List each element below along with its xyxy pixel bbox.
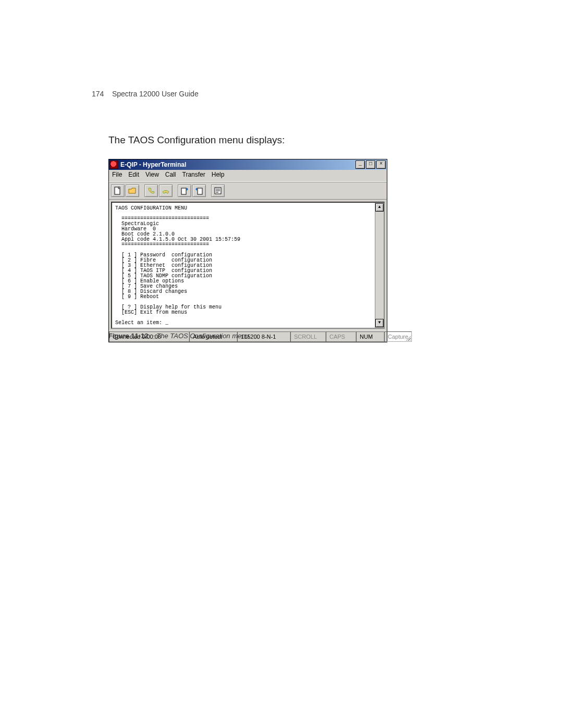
svg-rect-2 <box>198 188 202 194</box>
page-number: 174 <box>92 90 104 98</box>
menubar: File Edit View Call Transfer Help <box>109 170 387 182</box>
figure-caption: Figure 11-12 The TAOS Configuration menu… <box>108 332 251 340</box>
figure-number: Figure 11-12 <box>108 332 149 340</box>
figure-screenshot: E-QIP - HyperTerminal _ □ × File Edit Vi… <box>108 159 386 342</box>
terminal-area: TAOS CONFIGURATION MENU ================… <box>109 200 387 331</box>
phone-hangup-icon <box>162 187 170 194</box>
status-scroll: SCROLL <box>290 331 326 342</box>
terminal-output[interactable]: TAOS CONFIGURATION MENU ================… <box>112 203 375 328</box>
call-button[interactable] <box>144 184 158 197</box>
hyperterminal-window: E-QIP - HyperTerminal _ □ × File Edit Vi… <box>108 159 387 342</box>
menu-edit[interactable]: Edit <box>128 171 139 180</box>
app-icon <box>110 161 118 169</box>
maximize-button[interactable]: □ <box>366 161 375 169</box>
svg-rect-1 <box>181 188 186 194</box>
menu-file[interactable]: File <box>112 171 122 180</box>
status-caps: CAPS <box>326 331 356 342</box>
send-file-button[interactable] <box>178 184 191 197</box>
menu-call[interactable]: Call <box>165 171 176 180</box>
phone-icon <box>147 187 155 194</box>
menu-view[interactable]: View <box>145 171 159 180</box>
send-file-icon <box>181 187 188 195</box>
menu-help[interactable]: Help <box>212 171 225 180</box>
minimize-button[interactable]: _ <box>356 161 365 169</box>
properties-icon <box>214 187 222 194</box>
window-title: E-QIP - HyperTerminal <box>120 161 186 168</box>
open-folder-icon <box>128 187 137 194</box>
receive-file-icon <box>195 187 203 195</box>
close-button[interactable]: × <box>376 161 386 169</box>
menu-transfer[interactable]: Transfer <box>182 171 205 180</box>
hangup-button[interactable] <box>159 184 173 197</box>
properties-button[interactable] <box>211 184 225 197</box>
intro-text: The TAOS Configuration menu displays: <box>108 134 285 146</box>
page-header: 174 Spectra 12000 User Guide <box>92 90 199 98</box>
svg-rect-0 <box>115 187 120 194</box>
new-file-button[interactable] <box>111 184 125 197</box>
guide-title: Spectra 12000 User Guide <box>112 90 199 98</box>
new-file-icon <box>114 187 121 195</box>
figure-text: The TAOS Configuration menu. <box>156 332 251 340</box>
toolbar <box>109 182 387 200</box>
open-file-button[interactable] <box>126 184 139 197</box>
receive-file-button[interactable] <box>192 184 206 197</box>
document-page: 174 Spectra 12000 User Guide The TAOS Co… <box>0 0 563 728</box>
scroll-up-button[interactable]: ▲ <box>375 203 384 212</box>
scrollbar[interactable]: ▲ ▼ <box>375 203 384 328</box>
window-titlebar[interactable]: E-QIP - HyperTerminal _ □ × <box>109 159 387 170</box>
scroll-down-button[interactable]: ▼ <box>375 319 384 327</box>
status-num: NUM <box>356 331 384 342</box>
